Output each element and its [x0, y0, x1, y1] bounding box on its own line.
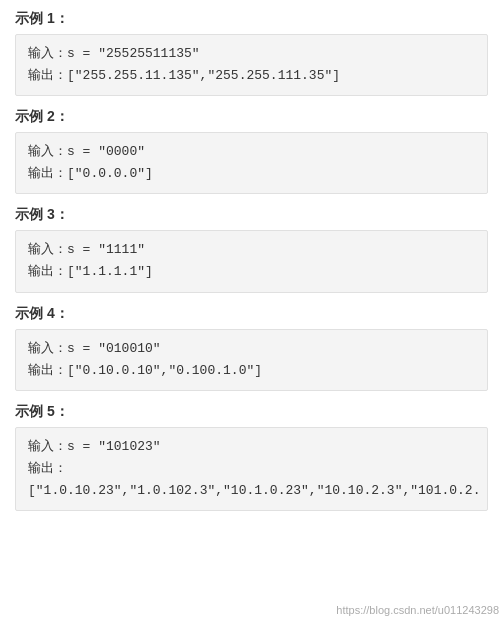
- code-box-1: 输入：s = "25525511135"输出：["255.255.11.135"…: [15, 34, 488, 96]
- example-title-3: 示例 3：: [15, 206, 488, 224]
- example-block-4: 示例 4：输入：s = "010010"输出：["0.10.0.10","0.1…: [15, 305, 488, 391]
- example-title-4: 示例 4：: [15, 305, 488, 323]
- input-line-1: 输入：s = "25525511135": [28, 43, 475, 65]
- output-line2-5: ["1.0.10.23","1.0.102.3","10.1.0.23","10…: [28, 480, 475, 502]
- example-title-1: 示例 1：: [15, 10, 488, 28]
- example-title-5: 示例 5：: [15, 403, 488, 421]
- output-line-5: 输出：: [28, 458, 475, 480]
- code-box-5: 输入：s = "101023"输出：["1.0.10.23","1.0.102.…: [15, 427, 488, 511]
- output-line-2: 输出：["0.0.0.0"]: [28, 163, 475, 185]
- example-title-2: 示例 2：: [15, 108, 488, 126]
- input-line-5: 输入：s = "101023": [28, 436, 475, 458]
- output-line-3: 输出：["1.1.1.1"]: [28, 261, 475, 283]
- example-block-1: 示例 1：输入：s = "25525511135"输出：["255.255.11…: [15, 10, 488, 96]
- example-block-3: 示例 3：输入：s = "1111"输出：["1.1.1.1"]: [15, 206, 488, 292]
- example-block-2: 示例 2：输入：s = "0000"输出：["0.0.0.0"]: [15, 108, 488, 194]
- input-line-4: 输入：s = "010010": [28, 338, 475, 360]
- output-line-1: 输出：["255.255.11.135","255.255.111.35"]: [28, 65, 475, 87]
- input-line-2: 输入：s = "0000": [28, 141, 475, 163]
- code-box-4: 输入：s = "010010"输出：["0.10.0.10","0.100.1.…: [15, 329, 488, 391]
- code-box-2: 输入：s = "0000"输出：["0.0.0.0"]: [15, 132, 488, 194]
- output-line-4: 输出：["0.10.0.10","0.100.1.0"]: [28, 360, 475, 382]
- input-line-3: 输入：s = "1111": [28, 239, 475, 261]
- watermark: https://blog.csdn.net/u011243298: [336, 604, 499, 616]
- example-block-5: 示例 5：输入：s = "101023"输出：["1.0.10.23","1.0…: [15, 403, 488, 511]
- code-box-3: 输入：s = "1111"输出：["1.1.1.1"]: [15, 230, 488, 292]
